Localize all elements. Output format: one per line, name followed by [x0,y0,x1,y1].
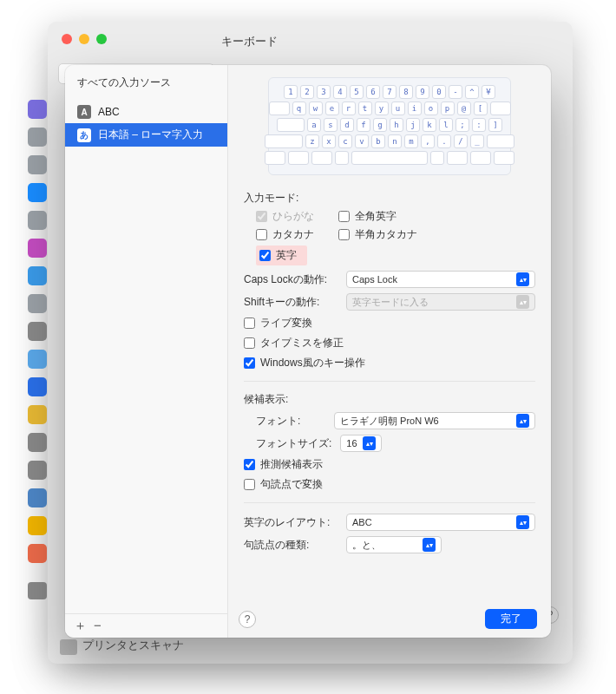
source-item[interactable]: AABC [65,101,227,123]
key: . [437,134,451,148]
prefpane-icon[interactable] [28,155,47,174]
font-select[interactable]: ヒラギノ明朝 ProN W6▴▾ [334,412,535,429]
key: 0 [432,85,446,99]
font-label: フォント: [244,414,325,429]
add-source-button[interactable]: ＋ [74,618,94,632]
key: a [307,118,321,132]
zoom-icon[interactable] [96,34,107,44]
key: q [292,101,306,115]
key: d [340,118,354,132]
key: : [472,118,486,132]
key: 4 [333,85,347,99]
capslock-label: Caps Lockの動作: [244,272,337,287]
printer-icon [60,639,77,655]
key: ] [488,118,502,132]
source-badge-icon: A [77,105,91,119]
prefpane-icon[interactable] [28,239,47,258]
source-item[interactable]: あ日本語 – ローマ字入力 [65,123,227,147]
key: - [449,85,462,99]
key: z [305,134,319,148]
key: y [375,101,389,115]
key: u [391,101,405,115]
key: t [358,101,372,115]
close-icon[interactable] [62,34,72,44]
mode-hiragana: ひらがな [256,209,314,224]
prefpane-icon[interactable] [28,405,47,424]
live-conversion-checkbox[interactable]: ライブ変換 [244,316,535,331]
key: ¥ [482,85,495,99]
eiji-layout-label: 英字のレイアウト: [244,515,337,530]
sheet-footer: ? 完了 [239,609,537,629]
key: o [424,101,438,115]
keyboard-preview: 1234567890-^¥qwertyuiop@[asdfghjkl;:]zxc… [268,77,511,175]
prefpane-icon[interactable] [28,516,47,535]
prefpane-icon[interactable] [28,350,47,369]
capslock-select[interactable]: Caps Lock▴▾ [346,271,535,288]
prefpane-icon[interactable] [28,544,47,563]
key: k [423,118,436,132]
prefpane-icon[interactable] [28,100,47,119]
prefpane-icon[interactable] [28,461,47,480]
key: ; [455,118,469,132]
source-ops: ＋− [65,613,227,638]
mode-zenkaku[interactable]: 全角英字 [338,209,396,224]
key: 6 [366,85,380,99]
source-list: AABCあ日本語 – ローマ字入力 [65,101,227,613]
key: 2 [300,85,314,99]
prefpane-icon[interactable] [28,211,47,230]
mode-katakana[interactable]: カタカナ [256,227,314,242]
key: f [357,118,370,132]
key: @ [457,101,471,115]
windows-keys-checkbox[interactable]: Windows風のキー操作 [244,356,535,370]
key: s [324,118,337,132]
keyboard-icon[interactable] [28,582,47,599]
input-sources-sheet: すべての入力ソース AABCあ日本語 – ローマ字入力 ＋− 123456789… [65,65,551,638]
key: 5 [350,85,364,99]
key: c [338,134,352,148]
punct-convert-checkbox[interactable]: 句読点で変換 [244,477,535,492]
source-badge-icon: あ [77,128,91,142]
key: g [373,118,387,132]
eiji-layout-select[interactable]: ABC▴▾ [346,514,535,531]
key: / [454,134,468,148]
prefpane-icon[interactable] [28,377,47,396]
fontsize-label: フォントサイズ: [244,436,331,451]
prefpane-icon[interactable] [28,128,47,147]
key: x [322,134,336,148]
key: p [441,101,455,115]
predict-checkbox[interactable]: 推測候補表示 [244,457,535,472]
key: e [325,101,339,115]
key: w [309,101,323,115]
prefpane-icon[interactable] [28,488,47,507]
key: j [406,118,420,132]
key: 9 [416,85,429,99]
key: n [388,134,402,148]
source-label: ABC [98,106,120,118]
fontsize-select[interactable]: 16▴▾ [340,435,382,452]
shift-label: Shiftキーの動作: [244,295,337,310]
prefpane-icon[interactable] [28,183,47,202]
help-icon[interactable]: ? [239,611,256,628]
key: m [404,134,418,148]
done-button[interactable]: 完了 [485,609,537,629]
mode-eiji[interactable]: 英字 [256,246,307,265]
shift-select: 英字モードに入る▴▾ [346,293,535,311]
prefpane-icon[interactable] [28,322,47,341]
mode-hankata[interactable]: 半角カタカナ [338,227,417,242]
prefpane-icons [28,100,47,599]
key: v [355,134,369,148]
key: 7 [383,85,396,99]
typo-fix-checkbox[interactable]: タイプミスを修正 [244,336,535,350]
key: , [421,134,435,148]
prefpane-icon[interactable] [28,266,47,285]
minimize-icon[interactable] [79,34,89,44]
sidebar-item-printers[interactable]: プリンタとスキャナ [82,638,184,653]
settings-pane: 1234567890-^¥qwertyuiop@[asdfghjkl;:]zxc… [228,65,551,638]
key: 8 [399,85,413,99]
key: l [439,118,453,132]
remove-source-button[interactable]: − [94,618,108,632]
key: 3 [317,85,331,99]
punct-type-select[interactable]: 。と、▴▾ [346,536,442,553]
prefpane-icon[interactable] [28,294,47,313]
prefpane-icon[interactable] [28,433,47,452]
